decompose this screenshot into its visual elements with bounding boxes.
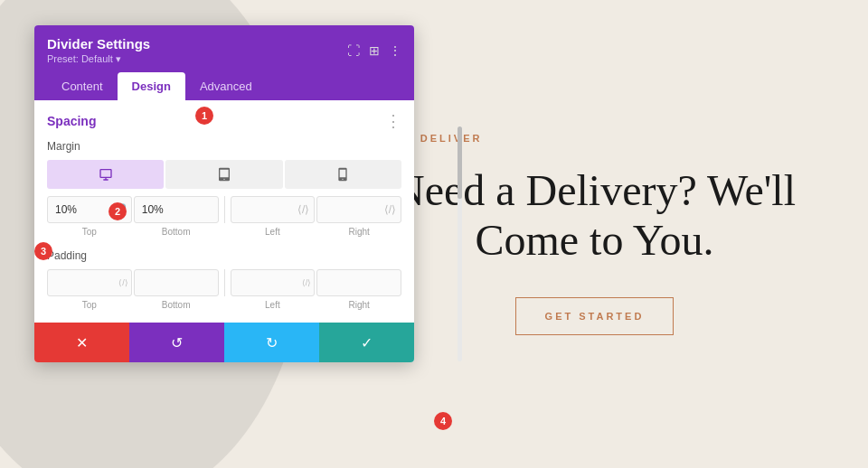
- padding-right-input[interactable]: [316, 269, 401, 296]
- mobile-tab[interactable]: [285, 160, 401, 189]
- panel-header: Divider Settings Preset: Default ▾ ⛶ ⊞ ⋮…: [34, 25, 414, 100]
- more-button[interactable]: ⋮: [389, 43, 401, 58]
- step-badge-2: 2: [108, 202, 127, 220]
- padding-input-labels: Top Bottom Left Right: [47, 300, 401, 310]
- padding-label-right: Right: [316, 300, 401, 310]
- cancel-button[interactable]: ✕: [34, 323, 129, 362]
- padding-label-left: Left: [231, 300, 316, 310]
- content-inner: WE DELIVER Need a Delivery? We'll Come t…: [393, 133, 796, 335]
- cta-button[interactable]: GET STARTED: [515, 297, 675, 335]
- label-spacer: [221, 227, 229, 237]
- panel-body: Spacing ⋮ Margin 🔗: [34, 100, 414, 310]
- step-badge-1: 1: [195, 107, 213, 125]
- link-icon-gray-left: ⟨/⟩: [297, 203, 309, 216]
- grid-button[interactable]: ⊞: [369, 43, 380, 58]
- panel-title-group: Divider Settings Preset: Default ▾: [47, 36, 150, 65]
- margin-inputs-row: 🔗 ⟨/⟩ ⟨/⟩: [47, 196, 401, 223]
- step-badge-3: 3: [34, 242, 52, 260]
- undo-button[interactable]: ↺: [129, 323, 224, 362]
- panel-tabs: Content Design Advanced: [47, 72, 401, 100]
- padding-label: Padding: [47, 249, 401, 262]
- step-badge-4: 4: [434, 412, 452, 430]
- padding-left-group: ⟨/⟩: [231, 269, 316, 296]
- label-right: Right: [316, 227, 401, 237]
- padding-divider: [224, 269, 225, 296]
- spacing-section-header: Spacing ⋮: [47, 113, 401, 129]
- label-left: Left: [231, 227, 316, 237]
- padding-link-top: ⟨/⟩: [118, 278, 128, 287]
- panel-title: Divider Settings: [47, 36, 150, 51]
- device-tabs: [47, 160, 401, 189]
- margin-label: Margin: [47, 140, 401, 153]
- spacing-title: Spacing: [47, 114, 96, 128]
- padding-right-group: [316, 269, 401, 296]
- padding-label-spacer: [221, 300, 229, 310]
- redo-button[interactable]: ↻: [224, 323, 319, 362]
- panel-footer: ✕ ↺ ↻ ✓: [34, 323, 414, 362]
- we-deliver-tag: WE DELIVER: [393, 133, 796, 144]
- panel-preset[interactable]: Preset: Default ▾: [47, 53, 150, 65]
- link-icon-gray-right: ⟨/⟩: [384, 203, 396, 216]
- fullscreen-button[interactable]: ⛶: [347, 43, 360, 58]
- padding-bottom-input[interactable]: [134, 269, 219, 296]
- panel-header-icons: ⛶ ⊞ ⋮: [347, 43, 401, 58]
- tab-content[interactable]: Content: [47, 72, 118, 100]
- tablet-tab[interactable]: [165, 160, 282, 189]
- padding-link-left: ⟨/⟩: [302, 278, 312, 287]
- headline: Need a Delivery? We'll Come to You.: [393, 165, 796, 265]
- divider-settings-panel: Divider Settings Preset: Default ▾ ⛶ ⊞ ⋮…: [34, 25, 414, 362]
- save-button[interactable]: ✓: [319, 323, 414, 362]
- panel-scrollbar[interactable]: [458, 126, 462, 361]
- label-top: Top: [47, 227, 132, 237]
- padding-inputs-row: ⟨/⟩ ⟨/⟩: [47, 269, 401, 296]
- padding-label-top: Top: [47, 300, 132, 310]
- label-bottom: Bottom: [134, 227, 219, 237]
- margin-input-labels: Top Bottom Left Right: [47, 227, 401, 237]
- margin-right-group: ⟨/⟩: [316, 196, 401, 223]
- desktop-tab[interactable]: [47, 160, 164, 189]
- inputs-divider: [224, 196, 225, 223]
- spacing-more-button[interactable]: ⋮: [385, 113, 401, 129]
- margin-left-group: ⟨/⟩: [231, 196, 316, 223]
- scrollbar-thumb[interactable]: [458, 126, 462, 199]
- padding-top-group: ⟨/⟩: [47, 269, 132, 296]
- margin-bottom-input[interactable]: [134, 196, 219, 223]
- padding-label-bottom: Bottom: [134, 300, 219, 310]
- tab-design[interactable]: Design: [118, 72, 185, 100]
- padding-bottom-group: [134, 269, 219, 296]
- tab-advanced[interactable]: Advanced: [185, 72, 267, 100]
- margin-bottom-group: [134, 196, 219, 223]
